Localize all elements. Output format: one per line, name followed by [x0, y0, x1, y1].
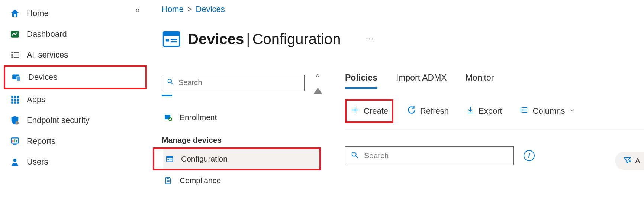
all-services-icon [9, 49, 21, 61]
refresh-button[interactable]: Refresh [403, 103, 453, 119]
svg-rect-21 [13, 140, 14, 142]
nav-item-users[interactable]: Users [7, 152, 145, 172]
content-search[interactable] [345, 146, 514, 165]
nav-item-apps[interactable]: Apps [7, 89, 145, 110]
nav-item-home[interactable]: Home [7, 3, 145, 24]
collapse-left-nav-icon[interactable]: « [133, 5, 142, 15]
columns-button[interactable]: Columns [516, 103, 579, 119]
svg-rect-13 [14, 99, 16, 101]
subnav-search[interactable] [162, 75, 305, 91]
subnav-item-label: Compliance [180, 176, 221, 185]
nav-item-label: Endpoint security [27, 116, 90, 125]
svg-rect-8 [17, 76, 20, 81]
subnav-item-label: Configuration [181, 155, 228, 163]
scroll-up-indicator[interactable] [314, 88, 322, 94]
nav-item-reports[interactable]: Reports [7, 131, 145, 152]
nav-item-label: Reports [27, 136, 55, 146]
svg-point-32 [168, 79, 171, 83]
nav-item-dashboard[interactable]: Dashboard [7, 24, 145, 45]
svg-marker-53 [624, 157, 631, 163]
svg-rect-28 [163, 32, 179, 36]
plus-icon [350, 105, 360, 117]
svg-rect-22 [14, 139, 15, 143]
svg-rect-10 [14, 96, 16, 98]
apps-icon [9, 94, 21, 105]
info-icon[interactable]: i [524, 150, 535, 161]
download-icon [466, 105, 475, 117]
svg-rect-37 [167, 156, 173, 158]
shield-gear-icon [9, 114, 21, 126]
enrollment-icon [163, 113, 173, 122]
nav-item-endpoint-security[interactable]: Endpoint security [7, 110, 145, 131]
devices-page-icon [162, 29, 181, 49]
subnav-item-compliance[interactable]: Compliance [162, 170, 318, 191]
nav-item-label: Apps [27, 95, 45, 104]
create-button[interactable]: Create [345, 99, 393, 123]
svg-rect-38 [168, 159, 169, 160]
content-search-input[interactable] [363, 151, 508, 160]
svg-rect-23 [16, 140, 17, 143]
columns-label: Columns [533, 106, 565, 116]
add-filter-button[interactable]: A [615, 152, 644, 170]
subnav-item-enrollment[interactable]: Enrollment [162, 107, 318, 127]
tab-policies[interactable]: Policies [345, 73, 377, 87]
search-icon [351, 151, 359, 161]
reports-icon [9, 135, 21, 147]
tabs: Policies Import ADMX Monitor [345, 73, 644, 87]
collapse-subnav-icon[interactable]: « [313, 71, 322, 79]
subnav-search-input[interactable] [178, 78, 300, 87]
breadcrumb-separator: > [187, 4, 192, 14]
devices-icon [10, 71, 22, 83]
export-label: Export [479, 106, 502, 116]
svg-rect-14 [17, 99, 19, 101]
filter-icon [623, 156, 631, 166]
command-bar: Create Refresh Export Columns [345, 99, 644, 130]
chevron-down-icon [569, 106, 576, 116]
columns-icon [519, 105, 529, 117]
breadcrumb-devices[interactable]: Devices [196, 4, 225, 14]
svg-point-1 [12, 52, 13, 53]
configuration-icon [165, 154, 174, 164]
svg-line-33 [171, 83, 173, 85]
svg-rect-12 [11, 99, 13, 101]
dashboard-icon [9, 28, 21, 40]
svg-rect-17 [17, 101, 19, 103]
breadcrumb-home[interactable]: Home [162, 4, 184, 14]
svg-rect-11 [17, 96, 19, 98]
nav-item-label: Dashboard [27, 29, 67, 39]
create-label: Create [364, 106, 388, 116]
subnav-item-configuration[interactable]: Configuration [163, 149, 319, 169]
svg-point-51 [352, 152, 356, 156]
compliance-icon [163, 176, 173, 185]
svg-point-3 [12, 57, 13, 58]
content-area: Policies Import ADMX Monitor Create Refr… [323, 0, 644, 208]
subnav-item-label: Enrollment [180, 113, 217, 122]
filter-label: A [635, 156, 640, 165]
svg-rect-16 [14, 101, 16, 103]
page-title-resource: Devices [188, 31, 244, 47]
left-nav[interactable]: « Home Dashboard All services [0, 0, 147, 208]
nav-item-label: All services [27, 50, 68, 60]
svg-point-19 [16, 123, 17, 124]
breadcrumb: Home > Devices [162, 4, 323, 14]
sub-nav-pane: Home > Devices Devices|Configuration … « [147, 0, 323, 208]
tab-import-admx[interactable]: Import ADMX [396, 73, 447, 87]
nav-item-label: Users [27, 157, 48, 167]
nav-item-devices[interactable]: Devices [8, 67, 145, 88]
search-icon [167, 78, 174, 87]
svg-rect-15 [11, 101, 13, 103]
svg-line-52 [356, 156, 358, 158]
export-button[interactable]: Export [462, 103, 506, 119]
nav-item-label: Home [27, 9, 49, 18]
nav-item-all-services[interactable]: All services [7, 45, 145, 65]
nav-item-label: Devices [28, 72, 57, 82]
user-icon [9, 156, 21, 168]
tab-monitor[interactable]: Monitor [466, 73, 494, 87]
svg-point-26 [13, 159, 17, 162]
svg-point-2 [12, 55, 13, 56]
svg-rect-29 [166, 39, 169, 42]
svg-rect-9 [11, 96, 13, 98]
home-icon [9, 7, 21, 19]
search-accent [162, 95, 172, 96]
refresh-label: Refresh [420, 106, 449, 116]
